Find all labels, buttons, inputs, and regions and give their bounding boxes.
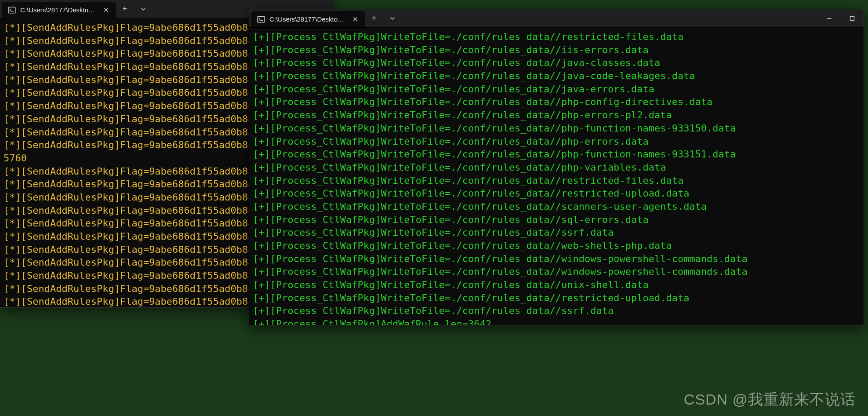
- terminal-line: [+][Process_CtlWafPkg]WriteToFile=./conf…: [253, 161, 860, 174]
- terminal-line: [+][Process_CtlWafPkg]WriteToFile=./conf…: [253, 200, 860, 213]
- tab-dropdown-button[interactable]: [134, 0, 153, 18]
- watermark: CSDN @我重新来不说话: [684, 390, 856, 410]
- terminal-line: [+][Process_CtlWafPkg]WriteToFile=./conf…: [253, 95, 860, 109]
- tab-active[interactable]: C:\Users\28177\Desktop\xiany ✕: [2, 2, 116, 18]
- minimize-button[interactable]: [818, 9, 841, 27]
- tab-title: C:\Users\28177\Desktop\xiany: [269, 15, 347, 23]
- terminal-line: [+][Process_CtlWafPkg]WriteToFile=./conf…: [253, 122, 860, 135]
- terminal-line: [+][Process_CtlWafPkg]WriteToFile=./conf…: [253, 109, 860, 122]
- terminal-line: [+][Process_CtlWafPkg]WriteToFile=./conf…: [253, 148, 860, 161]
- terminal-line: [+][Process_CtlWafPkg]WriteToFile=./conf…: [253, 292, 860, 305]
- terminal-icon: [257, 15, 265, 23]
- terminal-line: [+][Process_CtlWafPkg]AddWafRule len=364…: [253, 317, 860, 325]
- terminal-output[interactable]: [+][Process_CtlWafPkg]WriteToFile=./conf…: [249, 28, 864, 325]
- new-tab-button[interactable]: +: [116, 0, 134, 18]
- terminal-line: [+][Process_CtlWafPkg]WriteToFile=./conf…: [253, 56, 860, 69]
- close-icon[interactable]: ✕: [102, 6, 110, 14]
- terminal-line: [+][Process_CtlWafPkg]WriteToFile=./conf…: [253, 30, 860, 44]
- terminal-line: [+][Process_CtlWafPkg]WriteToFile=./conf…: [253, 278, 860, 292]
- terminal-icon: [8, 6, 16, 14]
- terminal-line: [+][Process_CtlWafPkg]WriteToFile=./conf…: [253, 44, 860, 57]
- terminal-line: [+][Process_CtlWafPkg]WriteToFile=./conf…: [253, 213, 860, 226]
- svg-rect-0: [8, 7, 15, 13]
- svg-rect-1: [258, 16, 265, 22]
- terminal-line: [+][Process_CtlWafPkg]WriteToFile=./conf…: [253, 174, 860, 187]
- terminal-line: [+][Process_CtlWafPkg]WriteToFile=./conf…: [253, 304, 860, 317]
- tab-active[interactable]: C:\Users\28177\Desktop\xiany ✕: [251, 11, 365, 27]
- terminal-window-right[interactable]: C:\Users\28177\Desktop\xiany ✕ + [+][Pro…: [249, 9, 864, 325]
- terminal-line: [+][Process_CtlWafPkg]WriteToFile=./conf…: [253, 252, 860, 266]
- terminal-line: [+][Process_CtlWafPkg]WriteToFile=./conf…: [253, 187, 860, 200]
- tab-dropdown-button[interactable]: [383, 9, 402, 27]
- terminal-line: [+][Process_CtlWafPkg]WriteToFile=./conf…: [253, 83, 860, 96]
- svg-rect-2: [850, 16, 854, 20]
- tab-title: C:\Users\28177\Desktop\xiany: [20, 6, 98, 14]
- new-tab-button[interactable]: +: [365, 9, 383, 27]
- titlebar[interactable]: C:\Users\28177\Desktop\xiany ✕ +: [249, 9, 864, 28]
- terminal-line: [+][Process_CtlWafPkg]WriteToFile=./conf…: [253, 135, 860, 148]
- terminal-line: [+][Process_CtlWafPkg]WriteToFile=./conf…: [253, 69, 860, 83]
- terminal-line: [+][Process_CtlWafPkg]WriteToFile=./conf…: [253, 265, 860, 278]
- terminal-line: [+][Process_CtlWafPkg]WriteToFile=./conf…: [253, 226, 860, 239]
- terminal-line: [+][Process_CtlWafPkg]WriteToFile=./conf…: [253, 239, 860, 252]
- close-icon[interactable]: ✕: [351, 15, 359, 23]
- window-controls: [818, 9, 864, 27]
- maximize-button[interactable]: [841, 9, 864, 27]
